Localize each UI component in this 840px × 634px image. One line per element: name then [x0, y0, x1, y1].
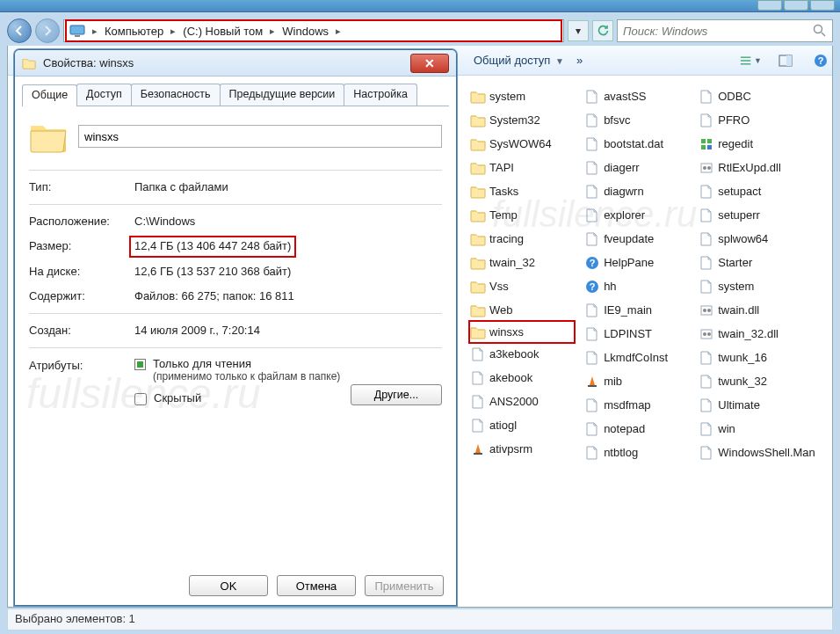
ondisk-label: На диске:	[29, 264, 134, 280]
file-item[interactable]: Starter	[697, 251, 827, 274]
other-attributes-button[interactable]: Другие...	[351, 384, 442, 405]
chevron-right-icon[interactable]: ▸	[330, 26, 346, 37]
tab-customize[interactable]: Настройка	[344, 84, 417, 106]
item-label: bfsvc	[604, 113, 630, 127]
folder-item[interactable]: SysWOW64	[468, 132, 576, 156]
hidden-checkbox[interactable]	[134, 393, 147, 405]
apply-button[interactable]: Применить	[365, 575, 444, 596]
file-item[interactable]: win	[697, 417, 827, 441]
file-item[interactable]: Ultimate	[697, 393, 827, 417]
file-item[interactable]: LkmdfCoInst	[583, 346, 690, 369]
file-item[interactable]: setuperr	[697, 203, 827, 227]
tab-previous-versions[interactable]: Предыдущие версии	[220, 84, 345, 106]
dialog-titlebar[interactable]: Свойства: winsxs ✕	[15, 50, 456, 77]
file-item[interactable]: regedit	[697, 132, 827, 156]
nav-forward-button[interactable]	[35, 18, 60, 43]
file-item[interactable]: system	[697, 274, 827, 298]
file-item[interactable]: IE9_main	[583, 298, 690, 322]
item-label: twain_32	[489, 256, 535, 269]
file-item[interactable]: ntbtlog	[583, 441, 690, 464]
file-item[interactable]: notepad	[583, 417, 690, 441]
file-item[interactable]: splwow64	[697, 227, 827, 251]
item-label: system	[489, 90, 525, 103]
folder-item[interactable]: twain_32	[468, 251, 576, 274]
file-item[interactable]: ODBC	[697, 84, 827, 108]
address-dropdown-button[interactable]: ▾	[568, 20, 589, 41]
folder-item[interactable]: System32	[468, 108, 576, 132]
max-button[interactable]	[784, 0, 808, 11]
item-label: win	[718, 422, 735, 435]
tab-access[interactable]: Доступ	[76, 84, 132, 106]
share-menu[interactable]: Общий доступ ▼	[474, 54, 564, 67]
file-item[interactable]: twunk_16	[697, 346, 827, 369]
item-label: Ultimate	[718, 398, 760, 412]
file-item[interactable]: avastSS	[583, 84, 690, 108]
ok-button[interactable]: OK	[189, 575, 268, 596]
item-label: bootstat.dat	[604, 137, 663, 150]
item-label: msdfmap	[604, 398, 650, 412]
file-item[interactable]: diagerr	[583, 156, 690, 179]
folder-name-input[interactable]	[78, 125, 442, 148]
address-bar[interactable]: ▸ Компьютер ▸ (C:) Новый том ▸ Windows ▸	[63, 19, 564, 42]
breadcrumb-computer[interactable]: Компьютер	[103, 25, 165, 38]
file-item[interactable]: ANS2000	[468, 390, 576, 413]
search-box[interactable]	[617, 19, 833, 42]
folder-item[interactable]: winsxs	[468, 320, 576, 344]
preview-pane-button[interactable]	[774, 51, 797, 70]
file-icon	[584, 327, 600, 341]
chevron-right-icon[interactable]: ▸	[87, 26, 103, 37]
folder-item[interactable]: tracing	[468, 227, 576, 251]
refresh-button[interactable]	[592, 20, 613, 41]
file-item[interactable]: diagwrn	[583, 179, 690, 203]
close-window-button[interactable]	[810, 0, 835, 11]
item-label: regedit	[718, 137, 753, 150]
folder-item[interactable]: Vss	[468, 274, 576, 298]
dialog-close-button[interactable]: ✕	[410, 54, 449, 73]
cancel-button[interactable]: Отмена	[277, 575, 356, 596]
file-item[interactable]: WindowsShell.Man	[697, 441, 827, 464]
file-item[interactable]: hh	[583, 274, 690, 298]
file-item[interactable]: PFRO	[697, 108, 827, 132]
breadcrumb-folder[interactable]: Windows	[280, 25, 330, 38]
view-options-button[interactable]: ▼	[739, 51, 762, 70]
nav-back-button[interactable]	[7, 18, 32, 43]
search-input[interactable]	[623, 25, 813, 38]
file-item[interactable]: a3kebook	[468, 342, 576, 366]
chevron-right-icon[interactable]: ▸	[165, 26, 181, 37]
more-menu[interactable]: »	[576, 54, 583, 67]
min-button[interactable]	[757, 0, 782, 11]
tab-security[interactable]: Безопасность	[131, 84, 221, 106]
help-button[interactable]	[809, 51, 832, 70]
file-item[interactable]: twunk_32	[697, 369, 827, 393]
file-item[interactable]: mib	[583, 369, 690, 393]
ini-icon	[699, 422, 714, 436]
file-item[interactable]: bfsvc	[583, 108, 690, 132]
folder-item[interactable]: TAPI	[468, 156, 576, 179]
app-icon	[699, 232, 714, 246]
file-item[interactable]: explorer	[583, 203, 690, 227]
file-item[interactable]: setupact	[697, 179, 827, 203]
file-item[interactable]: bootstat.dat	[583, 132, 690, 156]
file-item[interactable]: fveupdate	[583, 227, 690, 251]
folder-item[interactable]: Temp	[468, 203, 576, 227]
file-item[interactable]: akebook	[468, 366, 576, 390]
file-item[interactable]: msdfmap	[583, 393, 690, 417]
folder-item[interactable]: Web	[468, 298, 576, 322]
folder-icon	[470, 137, 486, 151]
folder-item[interactable]: Tasks	[468, 179, 576, 203]
item-label: a3kebook	[489, 347, 539, 361]
file-item[interactable]: ativpsrm	[468, 437, 576, 461]
file-item[interactable]: twain.dll	[697, 298, 827, 322]
size-value: 12,4 ГБ (13 406 447 248 байт)	[129, 236, 296, 257]
tab-general[interactable]: Общие	[22, 84, 77, 106]
chevron-right-icon[interactable]: ▸	[264, 26, 280, 37]
folder-item[interactable]: system	[468, 84, 576, 108]
file-item[interactable]: twain_32.dll	[697, 322, 827, 346]
file-item[interactable]: HelpPane	[583, 251, 690, 274]
file-icon	[699, 90, 714, 104]
readonly-checkbox[interactable]	[134, 359, 146, 370]
file-item[interactable]: atiogl	[468, 413, 576, 437]
file-item[interactable]: RtlExUpd.dll	[697, 156, 827, 179]
breadcrumb-drive[interactable]: (C:) Новый том	[181, 25, 264, 38]
file-item[interactable]: LDPINST	[583, 322, 690, 346]
